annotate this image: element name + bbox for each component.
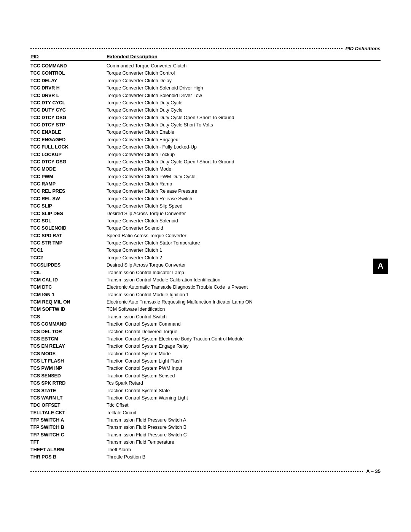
table-row: TFP SWITCH CTransmission Fluid Pressure … [30,431,381,439]
desc-cell: Torque Converter Clutch Duty Cycle [107,99,381,107]
pid-cell: TCC DRVR L [30,92,107,99]
desc-cell: Tdc Offset [107,402,381,409]
pid-cell: TCM SOFTW ID [30,306,107,313]
desc-cell: Transmission Control Indicator Lamp [107,269,381,276]
pid-cell: TCS SENSED [30,372,107,380]
desc-cell: Torque Converter Clutch Duty Cycle Open … [107,114,381,121]
desc-cell: Traction Control Delivered Torque [107,328,381,335]
desc-cell: Transmission Fluid Pressure Switch B [107,424,381,431]
pid-cell: TCC ENGAGED [30,136,107,144]
desc-cell: Tcs Spark Retard [107,380,381,387]
pid-cell: TCS EN RELAY [30,343,107,350]
pid-cell: TCM IGN 1 [30,291,107,299]
desc-cell: Throttle Position B [107,454,381,461]
desc-cell: Traction Control System Sensed [107,372,381,380]
table-row: TCC DTCY STPTorque Converter Clutch Duty… [30,121,381,129]
table-row: TCS SPK RTRDTcs Spark Retard [30,380,381,387]
pid-cell: TFP SWITCH B [30,424,107,431]
table-row: TCC1Torque Converter Clutch 1 [30,247,381,254]
pid-cell: TCCSLIPDES [30,262,107,269]
table-row: TCC FULL LOCKTorque Converter Clutch - F… [30,144,381,151]
pid-cell: TFP SWITCH A [30,417,107,424]
table-row: THEFT ALARMTheft Alarm [30,446,381,454]
pid-cell: TCIL [30,269,107,276]
table-row: TFP SWITCH BTransmission Fluid Pressure … [30,424,381,431]
pid-cell: TCC1 [30,247,107,254]
pid-cell: TCS COMMAND [30,321,107,328]
table-row: TFP SWITCH ATransmission Fluid Pressure … [30,417,381,424]
table-body: TCC COMMANDCommanded Torque Converter Cl… [30,62,381,461]
pid-cell: THEFT ALARM [30,446,107,454]
desc-cell: Transmission Control Module Ignition 1 [107,291,381,299]
table-row: TCC SOLENOIDTorque Converter Solenoid [30,225,381,232]
table-row: TCC LOCKUPTorque Converter Clutch Lockup [30,151,381,158]
desc-cell: Torque Converter Clutch Slip Speed [107,203,381,210]
pid-cell: TCC STR TMP [30,240,107,247]
pid-cell: TCC DELAY [30,77,107,85]
table-row: TELLTALE CKTTelltale Circuit [30,409,381,417]
desc-cell: Torque Converter Clutch 1 [107,247,381,254]
pid-cell: TCC SOL [30,217,107,225]
table-row: TCS COMMANDTraction Control System Comma… [30,321,381,328]
table-row: TCS WARN LTTraction Control System Warni… [30,395,381,402]
pid-cell: TCC DUTY CYC [30,107,107,114]
table-row: TCC2Torque Converter Clutch 2 [30,254,381,262]
pid-cell: TCC SLIP [30,203,107,210]
desc-cell: Torque Converter Clutch Ramp [107,181,381,188]
table-row: TCC SPD RATSpeed Ratio Across Torque Con… [30,232,381,240]
pid-cell: TCS EBTCM [30,335,107,343]
pid-cell: TCS PWM INP [30,365,107,372]
desc-cell: TCM Software Identification [107,306,381,313]
pid-cell: TFP SWITCH C [30,431,107,439]
table-row: TCS LT FLASHTraction Control System Ligh… [30,358,381,365]
pid-cell: TFT [30,439,107,446]
desc-cell: Torque Converter Clutch Engaged [107,136,381,144]
pid-cell: TCC PWM [30,173,107,181]
pid-cell: TCM DTC [30,284,107,291]
pid-cell: TCC DRVR H [30,85,107,92]
table-row: TCC CONTROLTorque Converter Clutch Contr… [30,70,381,77]
pid-cell: TCC REL SW [30,195,107,203]
table-row: THR POS BThrottle Position B [30,454,381,461]
desc-cell: Torque Converter Clutch Lockup [107,151,381,158]
pid-cell: TCC SLIP DES [30,210,107,217]
table-row: TCC REL SWTorque Converter Clutch Releas… [30,195,381,203]
table-row: TCC SLIP DESDesired Slip Across Torque C… [30,210,381,217]
table-row: TCS STATETraction Control System State [30,387,381,395]
pid-cell: TCC DTCY STP [30,121,107,129]
desc-cell: Electronic Auto Transaxle Requesting Mal… [107,299,381,306]
desc-cell: Torque Converter Clutch Solenoid Driver … [107,85,381,92]
desc-cell: Traction Control System PWM Input [107,365,381,372]
desc-cell: Torque Converter Clutch 2 [107,254,381,262]
desc-cell: Torque Converter Clutch Duty Cycle Short… [107,121,381,129]
pid-cell: TCC RAMP [30,181,107,188]
desc-cell: Transmission Control Module Calibration … [107,276,381,284]
pid-cell: TCS DEL TOR [30,328,107,335]
desc-cell: Desired Slip Across Torque Converter [107,262,381,269]
desc-cell: Traction Control System Command [107,321,381,328]
pid-cell: TCC DTCY OSG [30,158,107,166]
table-row: TFTTransmission Fluid Temperature [30,439,381,446]
desc-cell: Traction Control System Mode [107,350,381,358]
desc-cell: Speed Ratio Across Torque Converter [107,232,381,240]
desc-cell: Traction Control System Warning Light [107,395,381,402]
table-row: TCC DTY CYCLTorque Converter Clutch Duty… [30,99,381,107]
desc-cell: Torque Converter Clutch Stator Temperatu… [107,240,381,247]
pid-cell: TCS [30,313,107,321]
table-row: TCC PWMTorque Converter Clutch PWM Duty … [30,173,381,181]
pid-column-header: PID [30,54,107,59]
header-title: PID Definitions [346,46,381,51]
page: PID Definitions PID Extended Description… [0,0,411,532]
pid-cell: TCC COMMAND [30,62,107,70]
desc-cell: Torque Converter Solenoid [107,225,381,232]
table-row: TCC SOLTorque Converter Clutch Solenoid [30,217,381,225]
table-row: TDC OFFSETTdc Offset [30,402,381,409]
desc-cell: Torque Converter Clutch Solenoid [107,217,381,225]
pid-cell: TCS STATE [30,387,107,395]
desc-cell: Torque Converter Clutch Enable [107,129,381,136]
desc-cell: Theft Alarm [107,446,381,454]
table-row: TCILTransmission Control Indicator Lamp [30,269,381,276]
table-row: TCSTransmission Control Switch [30,313,381,321]
table-row: TCC DTCY OSGTorque Converter Clutch Duty… [30,158,381,166]
table-row: TCC COMMANDCommanded Torque Converter Cl… [30,62,381,70]
